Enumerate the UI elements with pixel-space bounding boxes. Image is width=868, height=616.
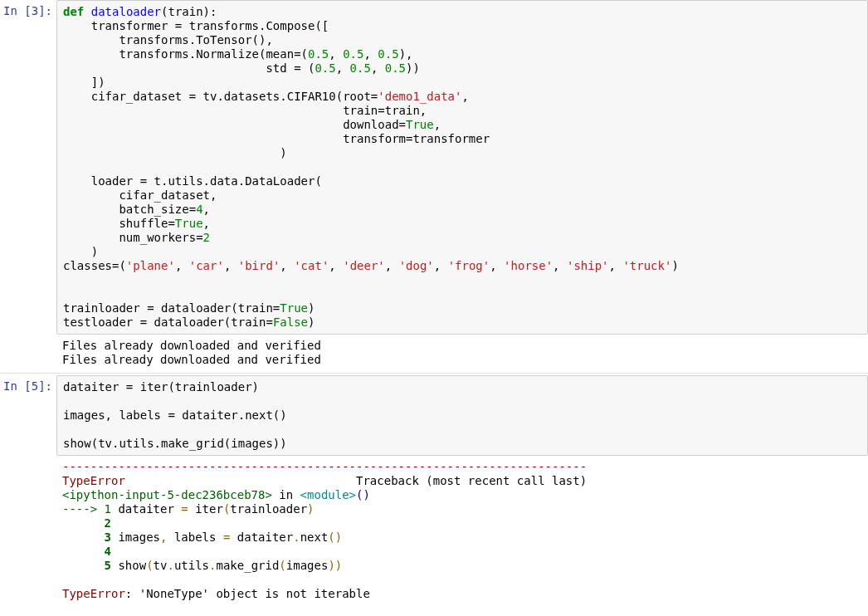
- t: ,: [371, 61, 385, 75]
- t: ),: [399, 47, 413, 61]
- tb-ln: 5: [62, 559, 111, 572]
- t: images: [111, 530, 160, 544]
- tb-ln: 4: [62, 545, 111, 558]
- t: ): [308, 315, 315, 329]
- t: utils: [174, 559, 209, 572]
- code-cell-2: In [5]: dataiter = iter(trainloader) ima…: [0, 375, 868, 605]
- t: ): [335, 559, 342, 572]
- tb-arrow: ----> 1: [62, 502, 111, 516]
- t: ,: [434, 259, 448, 272]
- str: 'frog': [448, 259, 490, 272]
- num: 0.5: [343, 47, 363, 61]
- t: transforms.ToTensor(),: [63, 33, 273, 46]
- t: ,: [490, 259, 504, 272]
- t: make_grid: [217, 559, 280, 572]
- t: ,: [329, 259, 343, 272]
- str: 'truck': [622, 259, 671, 272]
- num: 0.5: [378, 47, 398, 61]
- num: 4: [196, 203, 202, 216]
- t: [111, 516, 118, 530]
- t: cifar_dataset,: [63, 188, 217, 202]
- prompt-in-3: In [3]:: [0, 0, 56, 22]
- input-area-2[interactable]: dataiter = iter(trainloader) images, lab…: [56, 375, 868, 456]
- t: ): [63, 146, 287, 159]
- const: True: [406, 118, 434, 131]
- t: trainloader = dataloader(train=: [63, 301, 280, 315]
- t: train=train,: [63, 104, 427, 117]
- t: trainloader: [230, 502, 307, 516]
- t: ,: [224, 259, 238, 272]
- t: [111, 545, 118, 558]
- code-block-2[interactable]: dataiter = iter(trainloader) images, lab…: [63, 380, 861, 451]
- t: transforms.Normalize(mean=(: [63, 47, 308, 61]
- t: ,: [203, 217, 210, 230]
- prompt-in-5: In [5]:: [0, 375, 56, 398]
- num: 0.5: [350, 61, 371, 75]
- num: 2: [203, 231, 210, 244]
- tb-error-name: TypeError: [62, 587, 125, 600]
- t: =: [181, 502, 188, 516]
- tb-error-msg: : 'NoneType' object is not iterable: [125, 587, 370, 600]
- t: ,: [329, 47, 343, 61]
- code-cell-1: In [3]: def dataloader(train): transform…: [0, 0, 868, 371]
- const: False: [273, 315, 308, 329]
- t: ): [307, 502, 314, 516]
- t: dataiter = iter(trainloader): [63, 380, 259, 394]
- t: loader = t.utils.data.DataLoader(: [63, 174, 322, 188]
- tb-location: <ipython-input-5-dec236bceb78>: [62, 488, 272, 501]
- t: dataiter: [230, 530, 293, 544]
- t: ): [63, 245, 98, 258]
- t: shuffle=: [63, 217, 175, 230]
- t: ): [671, 259, 678, 272]
- t: )): [406, 61, 420, 75]
- t: ,: [336, 61, 350, 75]
- t: dataiter: [111, 502, 181, 516]
- t: std = (: [63, 61, 315, 75]
- t: num_workers=: [63, 231, 203, 244]
- t: .: [293, 530, 300, 544]
- output-area-2: ----------------------------------------…: [56, 456, 868, 605]
- t: show: [111, 559, 146, 572]
- t: ,: [385, 259, 399, 272]
- t: batch_size=: [63, 203, 196, 216]
- const: True: [175, 217, 203, 230]
- t: classes=(: [63, 259, 126, 272]
- t: ,: [609, 259, 623, 272]
- output-area-1: Files already downloaded and verified Fi…: [56, 335, 868, 371]
- t: cifar_dataset = tv.datasets.CIFAR10(root…: [63, 90, 378, 103]
- t: ,: [175, 259, 189, 272]
- t: ,: [280, 259, 294, 272]
- t: ,: [203, 203, 210, 216]
- cell-body-2: dataiter = iter(trainloader) images, lab…: [56, 375, 868, 605]
- t: tv: [154, 559, 168, 572]
- t: (: [146, 559, 153, 572]
- code-block-1[interactable]: def dataloader(train): transformer = tra…: [63, 5, 861, 330]
- t: ): [308, 301, 315, 315]
- cell-divider: [0, 373, 868, 374]
- func-name: dataloader: [91, 5, 161, 18]
- t: transformer = transforms.Compose([: [63, 19, 329, 32]
- str: 'ship': [567, 259, 609, 272]
- str: 'horse': [504, 259, 553, 272]
- t: ]): [63, 76, 105, 89]
- str: 'bird': [238, 259, 280, 272]
- t: (): [356, 488, 370, 501]
- num: 0.5: [308, 47, 329, 61]
- keyword-def: def: [63, 5, 84, 18]
- traceback: ----------------------------------------…: [62, 460, 868, 601]
- t: ): [328, 559, 334, 572]
- t: download=: [63, 118, 406, 131]
- str: 'car': [189, 259, 224, 272]
- num: 0.5: [385, 61, 406, 75]
- str: 'dog': [399, 259, 434, 272]
- t: (: [328, 530, 334, 544]
- t: ,: [553, 259, 567, 272]
- tb-dashes: ----------------------------------------…: [62, 460, 587, 473]
- stdout-1: Files already downloaded and verified Fi…: [62, 339, 868, 367]
- input-area-1[interactable]: def dataloader(train): transformer = tra…: [56, 0, 868, 335]
- str: 'plane': [126, 259, 175, 272]
- t: ): [335, 530, 342, 544]
- tb-ln: 2: [62, 516, 111, 530]
- const: True: [280, 301, 308, 315]
- cell-body-1: def dataloader(train): transformer = tra…: [56, 0, 868, 371]
